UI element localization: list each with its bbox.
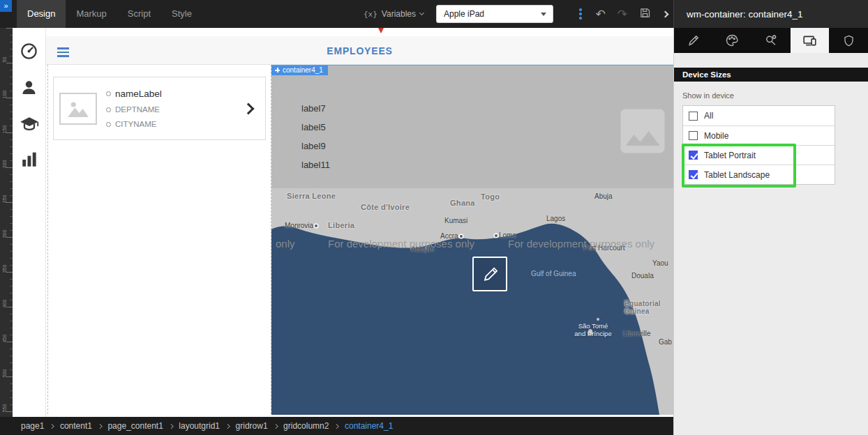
breadcrumb-page1[interactable]: page1 (21, 421, 44, 431)
save-button[interactable] (639, 7, 651, 22)
toolbar-actions: ↶ ↷ (577, 6, 668, 22)
chevron-right-icon (274, 424, 278, 428)
chevron-down-icon (541, 13, 546, 16)
tab-design[interactable]: Design (17, 0, 66, 28)
show-in-device-label: Show in device (682, 91, 868, 100)
chevron-right-icon (335, 424, 339, 428)
option-label: All (704, 111, 713, 121)
tab-device-sizes[interactable] (791, 28, 830, 53)
variables-icon: {x} (364, 10, 377, 19)
tab-security[interactable] (829, 28, 868, 53)
tab-properties[interactable] (674, 28, 713, 53)
tab-styles[interactable] (713, 28, 752, 53)
label-widget[interactable]: label5 (301, 122, 326, 132)
wavemaker-studio: » Design Markup Script Style {x} Variabl… (0, 0, 868, 435)
graduation-cap-icon (20, 114, 39, 133)
chevron-right-icon (50, 424, 54, 428)
ruler-label: 100 (2, 89, 7, 100)
chevron-right-icon (169, 424, 173, 428)
option-label: Mobile (704, 131, 728, 141)
binding-icon (106, 107, 111, 112)
map-widget[interactable]: Sierra Leone Côte d'Ivoire Ghana Togo Ab… (271, 188, 673, 415)
breadcrumb-layoutgrid1[interactable]: layoutgrid1 (179, 421, 220, 431)
picture-icon (66, 98, 91, 119)
top-toolbar: » Design Markup Script Style {x} Variabl… (0, 0, 673, 28)
name-label-widget[interactable]: nameLabel (115, 89, 162, 99)
ruler-label: 150 (2, 124, 7, 135)
device-options-list: All Mobile Tablet Portrait Tablet Landsc… (682, 105, 835, 185)
tablet-landscape-checkbox[interactable] (689, 170, 698, 179)
undo-button[interactable]: ↶ (596, 8, 606, 20)
inspector-tabs (674, 28, 868, 53)
chevron-right-icon (225, 424, 230, 428)
binding-icon (106, 91, 111, 96)
save-icon (639, 7, 651, 19)
toolbar-center: {x} Variables Apple iPad ↶ ↷ (364, 5, 673, 23)
all-checkbox[interactable] (689, 112, 698, 121)
sidebar-item-dashboard[interactable] (19, 40, 40, 61)
variables-button[interactable]: {x} Variables (364, 9, 424, 19)
sidebar-item-education[interactable] (19, 113, 40, 134)
user-icon (20, 78, 38, 97)
device-sizes-section-title: Device Sizes (674, 68, 868, 82)
chevron-right-icon (98, 424, 102, 428)
breadcrumb-container4-1[interactable]: container4_1 (345, 421, 393, 431)
bar-chart-icon (20, 151, 38, 169)
gauge-icon (20, 42, 38, 61)
inspector-title: wm-container: container4_1 (673, 0, 868, 28)
breadcrumb-gridrow1[interactable]: gridrow1 (236, 421, 268, 431)
collapse-inspector-icon[interactable] (662, 10, 669, 17)
devices-icon (802, 33, 817, 48)
map-edit-button[interactable] (472, 257, 507, 291)
breadcrumb-page-content1[interactable]: page_content1 (107, 421, 163, 431)
page-header-widget[interactable]: EMPLOYEES (46, 36, 673, 65)
container-widget[interactable]: container4_1 label7 label5 label9 label1… (271, 65, 673, 188)
list-item-widget[interactable]: nameLabel DEPTNAME CITYNAME (53, 77, 266, 140)
option-label: Tablet Landscape (704, 170, 770, 180)
device-option-all[interactable]: All (683, 106, 835, 125)
pencil-icon (687, 33, 701, 47)
pencil-icon (480, 264, 500, 284)
option-label: Tablet Portrait (704, 151, 756, 160)
redo-button[interactable]: ↷ (618, 8, 627, 20)
device-option-tablet-landscape[interactable]: Tablet Landscape (683, 165, 835, 184)
widget-sidebar (13, 28, 46, 417)
move-icon (275, 68, 280, 72)
sidebar-item-users[interactable] (19, 77, 40, 98)
tab-style[interactable]: Style (161, 0, 202, 28)
shield-icon (842, 34, 855, 47)
device-preview-select[interactable]: Apple iPad (436, 5, 553, 23)
tab-markup[interactable]: Markup (66, 0, 117, 28)
ruler-label: 500 (2, 368, 7, 379)
tab-theme[interactable] (751, 28, 791, 53)
label-widget[interactable]: label7 (301, 103, 326, 114)
ruler-label: 250 (2, 194, 7, 205)
tab-script[interactable]: Script (117, 0, 161, 28)
device-option-mobile[interactable]: Mobile (683, 125, 835, 145)
city-label-widget[interactable]: CITYNAME (115, 120, 156, 128)
search-gear-icon (764, 33, 778, 47)
picture-placeholder-icon[interactable] (613, 102, 672, 160)
ruler-label: 50 (2, 54, 7, 66)
label-widget[interactable]: label9 (301, 141, 326, 151)
ruler-label: 400 (2, 298, 7, 310)
ruler-label: 450 (2, 333, 7, 344)
expand-panel-icon[interactable]: » (0, 0, 12, 12)
mobile-checkbox[interactable] (689, 131, 698, 140)
image-placeholder[interactable] (59, 93, 97, 125)
breadcrumb-content1[interactable]: content1 (60, 421, 92, 431)
ruler-label: 550 (2, 403, 7, 414)
device-option-tablet-portrait[interactable]: Tablet Portrait (683, 145, 835, 165)
list-item-text: nameLabel DEPTNAME CITYNAME (106, 89, 241, 128)
more-options-icon[interactable] (577, 6, 584, 22)
chevron-right-icon (243, 102, 255, 114)
selected-widget-tag[interactable]: container4_1 (271, 66, 328, 75)
breadcrumb-gridcolumn2[interactable]: gridcolumn2 (283, 421, 329, 431)
tablet-portrait-checkbox[interactable] (689, 151, 698, 160)
binding-icon (106, 122, 111, 127)
label-widget[interactable]: label11 (301, 160, 330, 170)
dept-label-widget[interactable]: DEPTNAME (115, 105, 160, 114)
sidebar-item-charts[interactable] (19, 149, 40, 170)
ruler-label: 200 (2, 159, 7, 170)
design-canvas[interactable]: EMPLOYEES nameLabel DEPTNAME (46, 28, 673, 417)
